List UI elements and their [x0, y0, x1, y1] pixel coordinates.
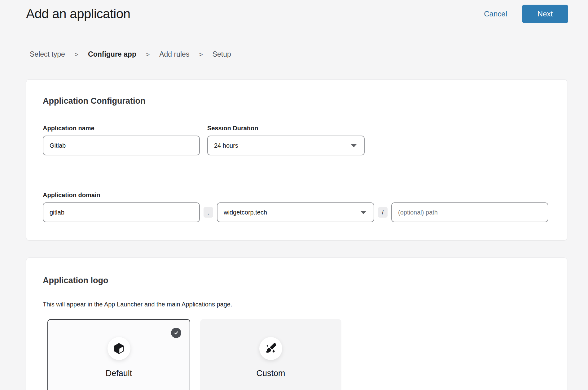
add-application-page: Add an application Cancel Next Select ty… [0, 4, 588, 390]
logo-option-custom[interactable]: Custom [200, 319, 341, 390]
step-add-rules[interactable]: Add rules [159, 50, 189, 58]
chevron-down-icon [361, 211, 366, 214]
application-name-field-group: Application name [43, 124, 200, 155]
domain-select-value: widgetcorp.tech [224, 209, 267, 216]
session-duration-value: 24 hours [214, 142, 238, 149]
domain-slash-separator: / [378, 207, 388, 218]
application-configuration-card: Application Configuration Application na… [26, 79, 567, 240]
domain-select[interactable]: widgetcorp.tech [217, 202, 374, 222]
application-domain-row: . widgetcorp.tech / [43, 202, 551, 222]
chevron-down-icon [351, 144, 357, 147]
cube-icon [112, 342, 125, 355]
step-configure-app[interactable]: Configure app [88, 50, 136, 58]
check-icon [171, 328, 181, 338]
paintbrush-icon [264, 341, 278, 356]
logo-card-description: This will appear in the App Launcher and… [43, 300, 551, 309]
application-logo-card: Application logo This will appear in the… [26, 258, 567, 390]
wizard-steps: Select type > Configure app > Add rules … [30, 50, 588, 58]
path-input[interactable] [391, 202, 548, 222]
default-logo-circle [108, 337, 130, 360]
logo-option-label: Custom [256, 369, 285, 378]
step-select-type[interactable]: Select type [30, 50, 65, 58]
step-setup[interactable]: Setup [213, 50, 231, 58]
step-separator-icon: > [199, 51, 203, 58]
application-name-input[interactable] [43, 136, 200, 155]
cancel-button[interactable]: Cancel [484, 10, 507, 18]
application-name-label: Application name [43, 124, 200, 132]
application-domain-label: Application domain [43, 191, 551, 199]
step-separator-icon: > [146, 51, 150, 58]
configuration-card-title: Application Configuration [43, 96, 551, 106]
page-header: Add an application Cancel Next [26, 4, 568, 24]
logo-option-label: Default [106, 369, 132, 378]
session-duration-field-group: Session Duration 24 hours [207, 124, 365, 155]
next-button[interactable]: Next [522, 5, 568, 23]
custom-logo-circle [259, 337, 282, 360]
logo-card-title: Application logo [43, 275, 551, 286]
header-actions: Cancel Next [484, 5, 568, 23]
session-duration-select[interactable]: 24 hours [207, 136, 365, 155]
subdomain-input[interactable] [43, 202, 200, 222]
domain-dot-separator: . [204, 207, 213, 218]
step-separator-icon: > [75, 51, 78, 58]
page-title: Add an application [26, 6, 130, 21]
logo-option-default[interactable]: Default [47, 319, 190, 390]
name-session-row: Application name Session Duration 24 hou… [43, 124, 551, 155]
logo-options: Default Custom [47, 319, 551, 390]
session-duration-label: Session Duration [207, 124, 365, 132]
